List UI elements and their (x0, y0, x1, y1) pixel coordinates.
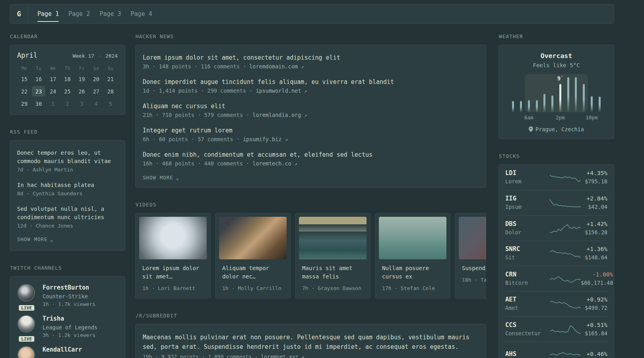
twitch-channel-row[interactable]: LIVE KendallCarr (17, 346, 118, 358)
temperature-bar (551, 95, 553, 112)
calendar-day: 19 (75, 74, 89, 84)
videos-section-label: VIDEOS (136, 202, 486, 208)
hackernews-item-domain[interactable]: loremdomain.com (249, 63, 298, 70)
stock-name: Bitcorn (505, 279, 550, 287)
day-of-week-label: Mo (21, 66, 27, 71)
subreddit-post-domain[interactable]: loremnet.xyz (261, 354, 298, 358)
weather-widget: WEATHER Overcast Feels like 5°C (499, 33, 614, 139)
stock-row[interactable]: DBS Dolor +1.42% $156.28 (505, 215, 607, 241)
rss-item-title[interactable]: Donec tempor eros leo, ut commodo mauris… (17, 149, 118, 165)
hackernews-item-title[interactable]: Donec imperdiet augue tincidunt felis al… (143, 78, 479, 86)
rss-show-more-button[interactable]: SHOW MORE ⌄ (17, 236, 118, 242)
stock-symbol: AET (505, 296, 550, 304)
page-tab[interactable]: Page 1 (37, 4, 59, 23)
videos-widget: VIDEOS Lorem ipsum dolor sit amet consec… (135, 202, 486, 299)
stock-identity: AHS (505, 350, 550, 358)
hackernews-item-domain[interactable]: loremtech.co (252, 160, 291, 167)
calendar-year: 2024 (105, 53, 118, 59)
video-thumbnail (219, 217, 287, 259)
stock-symbol: DBS (505, 220, 550, 228)
hackernews-item-title[interactable]: Integer eget rutrum lorem (143, 126, 479, 135)
page-tab-label: Page 4 (131, 10, 152, 18)
stock-symbol: LDI (505, 169, 550, 177)
page-tab[interactable]: Page 3 (99, 4, 121, 23)
subreddit-post: Maecenas mollis pulvinar erat non posuer… (143, 333, 479, 358)
stock-change-percent: +0.92% (581, 296, 607, 304)
page-tab-label: Page 2 (68, 10, 90, 18)
video-card[interactable]: Suspendisse diam 18h · Tara (455, 213, 486, 299)
stock-values: +0.92% $499.72 (581, 296, 607, 312)
temperature-bar (512, 101, 514, 112)
stock-row[interactable]: LDI Lorem +4.35% $795.18 (505, 165, 607, 190)
videos-carousel: Lorem ipsum dolor sit amet consectetu… 1… (135, 213, 486, 299)
hackernews-item-title[interactable]: Aliquam nec cursus elit (143, 102, 479, 111)
stock-price: $165.84 (581, 330, 607, 337)
page-tab[interactable]: Page 4 (131, 4, 152, 23)
stock-row[interactable]: IIG Ipsum +2.84% $42.04 (505, 190, 607, 216)
stock-row[interactable]: CRN Bitcorn -1.00% $66,171.48 (505, 266, 607, 291)
stocks-section-label: STOCKS (499, 153, 614, 159)
subreddit-card: Maecenas mollis pulvinar erat non posuer… (135, 324, 486, 358)
day-of-week-label: We (50, 66, 56, 71)
rss-item-title[interactable]: In hac habitasse platea (17, 181, 118, 189)
temperature-bar-slot (588, 77, 596, 112)
app-logo[interactable]: G (10, 4, 28, 23)
video-thumbnail (299, 217, 367, 259)
page-tab-label: Page 1 (37, 10, 59, 18)
video-card[interactable]: Nullam posuere cursus ex 17h · Stefan Co… (375, 213, 450, 299)
rss-item-title[interactable]: Sed volutpat nulla nisl, a condimentum n… (17, 205, 118, 222)
subreddit-post-title[interactable]: Maecenas mollis pulvinar erat non posuer… (143, 333, 479, 352)
twitch-avatar-wrap: LIVE (17, 346, 36, 358)
stock-symbol: SNRC (505, 245, 550, 253)
stock-row[interactable]: AET Amet +0.92% $499.72 (505, 291, 607, 317)
twitch-channel-row[interactable]: LIVE Trisha League of Legends 3h · 1.2k … (17, 315, 118, 339)
hackernews-card: Lorem ipsum dolor sit amet, consectetur … (135, 45, 486, 188)
twitch-channel-meta: 1h · 1.7k viewers (43, 300, 95, 308)
hackernews-item-meta: 1d · 1,414 points · 299 comments · ipsum… (143, 86, 479, 95)
calendar-day: 23 (32, 86, 45, 97)
stock-row[interactable]: AHS +0.46% (505, 342, 607, 358)
stock-identity: AET Amet (505, 296, 550, 312)
temperature-bar-slot (525, 77, 533, 112)
temperature-bar-slot (580, 77, 588, 112)
stock-values: +0.51% $165.84 (581, 321, 607, 337)
hackernews-item-domain[interactable]: ipsumify.biz (243, 136, 282, 142)
video-card[interactable]: Lorem ipsum dolor sit amet consectetu… 1… (135, 213, 211, 299)
stock-values: +0.46% (581, 350, 607, 358)
weather-hourly-chart: 9° (509, 77, 603, 112)
hackernews-item-stats: 3h · 148 points · 116 comments · (143, 63, 249, 70)
calendar-day: 21 (104, 74, 117, 84)
page-tab[interactable]: Page 2 (68, 4, 90, 23)
middle-column: HACKER NEWS Lorem ipsum dolor sit amet, … (135, 33, 486, 358)
stock-row[interactable]: CCS Consectetur +0.51% $165.84 (505, 316, 607, 342)
avatar (17, 315, 35, 333)
stock-symbol: CCS (505, 321, 550, 329)
hackernews-item-title[interactable]: Donec enim nibh, condimentum et accumsan… (143, 150, 479, 159)
video-meta: 7h · Grayson Dawson (302, 284, 363, 292)
calendar-week: Week 17 (72, 53, 94, 59)
hackernews-item-domain[interactable]: ipsumworld.net (256, 88, 301, 94)
hackernews-item-stats: 1d · 1,414 points · 299 comments · (143, 88, 256, 94)
stock-symbol: IIG (505, 195, 550, 202)
video-card[interactable]: Mauris sit amet massa felis 7h · Grayson… (295, 213, 370, 299)
hackernews-widget: HACKER NEWS Lorem ipsum dolor sit amet, … (135, 33, 486, 188)
temperature-bar-slot (596, 77, 603, 112)
stock-row[interactable]: SNRC Sit +1.36% $148.64 (505, 241, 607, 266)
hackernews-item-domain[interactable]: loremlandia.org (252, 112, 301, 118)
hackernews-item-title[interactable]: Lorem ipsum dolor sit amet, consectetur … (143, 53, 479, 62)
time-tick: 6am (524, 115, 533, 121)
video-card[interactable]: Aliquam tempor dolor nec pharetra… 1h · … (215, 213, 291, 299)
weather-condition: Overcast (505, 52, 607, 60)
twitch-channel-row[interactable]: LIVE ForrestBurton Counter-Strike 1h · 1… (17, 284, 118, 308)
stock-symbol: CRN (505, 270, 550, 278)
stock-values: -1.00% $66,171.48 (581, 270, 613, 287)
calendar-day: 30 (32, 98, 45, 109)
stock-price: $148.64 (581, 254, 607, 261)
hackernews-show-more-button[interactable]: SHOW MORE ⌄ (143, 175, 479, 181)
stock-price: $499.72 (581, 304, 607, 312)
video-title: Aliquam tempor dolor nec pharetra… (222, 264, 283, 281)
stock-change-percent: +2.84% (581, 195, 607, 202)
stock-change-percent: +0.46% (581, 350, 607, 358)
weather-card: Overcast Feels like 5°C (499, 45, 614, 139)
video-thumbnail (459, 217, 486, 259)
